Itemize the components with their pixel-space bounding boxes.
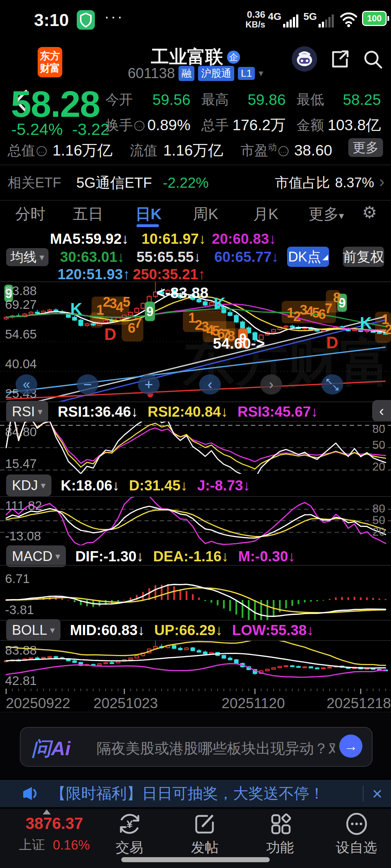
megaphone-icon	[21, 785, 40, 802]
ask-ai-card[interactable]: 问Ai 隔夜美股或港股哪些板块出现异动？对A... →	[20, 727, 373, 767]
stat-label: 最低	[297, 90, 324, 109]
nav-item-watchlist[interactable]: 设自选	[330, 812, 383, 857]
fullscreen-button[interactable]: ↖ ↘	[321, 374, 343, 395]
ask-ai-question: 隔夜美股或港股哪些板块出现异动？对A...	[97, 739, 336, 758]
ask-ai-send-button[interactable]: →	[339, 735, 362, 758]
enterprise-badge[interactable]: 企	[227, 51, 240, 64]
info-icon: …	[37, 146, 47, 156]
tab-minute[interactable]: 分时	[15, 204, 46, 224]
more-stats-button[interactable]: 更多	[348, 138, 383, 157]
kdj-chart[interactable]	[0, 496, 391, 545]
dk-point-button[interactable]: DK点◢	[287, 247, 329, 267]
svg-text:7: 7	[325, 301, 332, 316]
boll-header: BOLL▾ MID:60.83↓ UP:66.29↓ LOW:55.38↓	[6, 621, 314, 639]
stat-label: 市盈动…	[241, 141, 289, 160]
nav-label: 发帖	[184, 838, 226, 857]
rsi2-value: RSI2:40.84↓	[148, 404, 228, 420]
x-axis-date: 20250922	[6, 695, 70, 711]
stat-label: 换手…	[105, 116, 144, 135]
chart-controls: « − + ‹ › ↖ ↘	[16, 374, 343, 395]
zoom-out-button[interactable]: −	[77, 374, 98, 395]
tag-rong[interactable]: 融	[178, 66, 194, 81]
collapse-panel-tab[interactable]: ‹	[372, 400, 391, 422]
quote-panel[interactable]: 58.28 -5.24% -3.22 今开59.56 最高59.86 最低58.…	[0, 83, 391, 163]
tab-5day[interactable]: 五日	[73, 204, 103, 224]
ma120-value: 120:51.93↑	[58, 266, 130, 282]
tag-l1[interactable]: L1	[238, 67, 255, 80]
promo-banner[interactable]: 【限时福利】日日可抽奖，大奖送不停！ ×	[0, 780, 391, 807]
svg-text:4: 4	[116, 299, 123, 315]
tab-weekly-k[interactable]: 周K	[193, 204, 218, 224]
watchlist-more-icon	[344, 812, 369, 836]
battery-percent: 100	[367, 13, 382, 24]
stat-value: 38.60	[294, 142, 332, 159]
svg-text:2: 2	[385, 322, 391, 337]
stat-value: 103.8亿	[328, 115, 381, 135]
macd-chart[interactable]	[0, 565, 391, 621]
boll-chart[interactable]	[0, 640, 391, 689]
svg-text:8: 8	[333, 290, 341, 305]
share-icon[interactable]	[328, 48, 350, 70]
svg-text:54.60->: 54.60->	[213, 335, 265, 352]
tab-more[interactable]: 更多▾	[308, 204, 344, 224]
kdj-selector-button[interactable]: KDJ▾	[6, 475, 51, 496]
tag-hugutong[interactable]: 沪股通	[198, 66, 234, 81]
period-tabs: 分时 五日 日K 周K 月K 更多▾ ⚙	[0, 200, 391, 230]
boll-selector-button[interactable]: BOLL▾	[6, 619, 60, 641]
forward-adjusted-button[interactable]: 前复权	[343, 247, 384, 267]
ai-robot-icon[interactable]	[292, 46, 317, 72]
tab-daily-k[interactable]: 日K	[135, 204, 161, 224]
etf-share-value: 8.37%	[335, 175, 374, 191]
nav-item-trade[interactable]: ¥ 交易	[109, 812, 150, 857]
search-icon[interactable]	[362, 48, 384, 70]
tab-monthly-k[interactable]: 月K	[253, 204, 278, 224]
index-expand-triangle[interactable]	[43, 809, 51, 814]
pan-right-button[interactable]: ›	[260, 374, 282, 395]
security-app-icon	[77, 10, 95, 30]
ask-ai-logo: 问Ai	[31, 736, 71, 762]
nav-item-post[interactable]: 发帖	[184, 812, 226, 857]
fast-backward-button[interactable]: «	[16, 374, 37, 395]
svg-text:5: 5	[123, 294, 130, 310]
banner-close-icon[interactable]: ×	[372, 784, 382, 804]
rsi3-value: RSI3:45.67↓	[237, 404, 318, 420]
zoom-in-button[interactable]: +	[138, 374, 160, 395]
sim2-label: 5G	[303, 11, 317, 22]
trade-yuan-icon: ¥	[117, 812, 142, 836]
svg-text:D: D	[104, 325, 116, 344]
pan-left-button[interactable]: ‹	[199, 374, 221, 395]
info-icon: …	[134, 121, 144, 131]
kdj-d-value: D:31.45↓	[129, 477, 188, 494]
index-percent: 0.16%	[53, 838, 90, 853]
code-dropdown-icon[interactable]: ▾	[258, 68, 263, 79]
last-price: 58.28	[11, 83, 100, 125]
stat-value: 58.25	[343, 91, 381, 109]
svg-text:K: K	[360, 314, 372, 332]
axis-label: 6.71	[5, 571, 30, 586]
rsi-selector-button[interactable]: RSI▾	[6, 401, 48, 422]
ma60-value: 60:65.77↓	[214, 249, 279, 265]
related-etf-row[interactable]: 相关ETF 5G通信ETF -2.22% 市值占比 8.37% ›	[0, 165, 391, 201]
stat-label: 今开	[105, 90, 133, 109]
bottom-nav: 3876.37 上证 0.16% ¥ 交易 发帖	[0, 809, 391, 868]
ask-ai-section: 问Ai 隔夜美股或港股哪些板块出现异动？对A... →	[0, 712, 391, 778]
change-percent: -5.24%	[11, 120, 63, 139]
notification-dots: ···	[104, 8, 124, 25]
stat-value: 0.89%	[147, 116, 190, 134]
nav-item-index[interactable]: 3876.37 上证 0.16%	[14, 814, 94, 854]
axis-label: 84.80	[5, 425, 37, 439]
rsi-chart[interactable]	[0, 421, 391, 474]
macd-selector-button[interactable]: MACD▾	[6, 545, 66, 567]
axis-label: 111.82	[5, 498, 42, 513]
app-screen: 3:10 ··· 0.36 KB/s 4G 5G 100	[0, 0, 391, 868]
gear-icon[interactable]: ⚙	[362, 203, 377, 222]
macd-header: MACD▾ DIF:-1.30↓ DEA:-1.16↓ M:-0.30↓	[6, 547, 295, 566]
stat-value: 59.56	[152, 91, 190, 109]
stat-label: 总手	[201, 116, 229, 135]
active-tab-underline	[136, 224, 159, 227]
nav-item-functions[interactable]: 功能	[259, 812, 301, 857]
axis-label: 20	[372, 460, 385, 473]
ma-selector-button[interactable]: 均线▾	[6, 248, 49, 266]
stat-value: 176.2万	[232, 115, 286, 135]
home-indicator[interactable]	[121, 857, 270, 862]
